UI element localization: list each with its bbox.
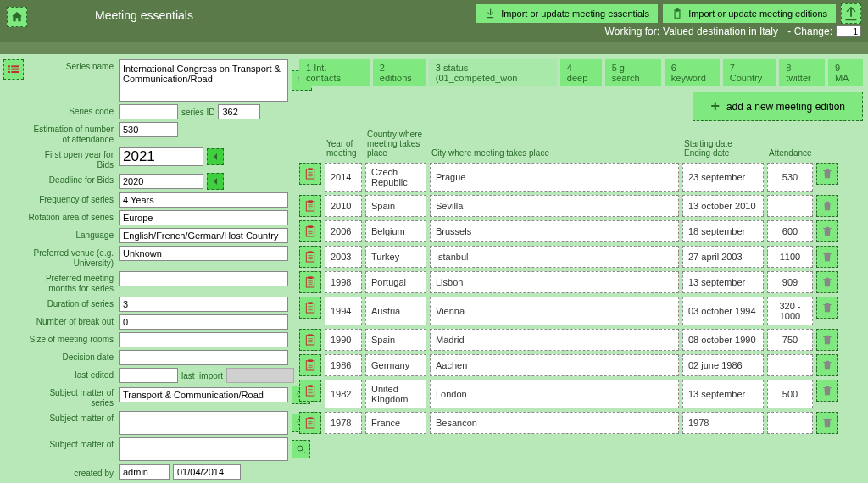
cell-year[interactable]: 1986	[325, 354, 362, 376]
tab-0[interactable]: 1 Int. contacts	[299, 59, 370, 86]
cell-start[interactable]: 1978	[682, 412, 764, 434]
cell-start[interactable]: 03 october 1994	[682, 297, 764, 325]
cell-country[interactable]: Czech Republic	[365, 163, 426, 192]
tab-8[interactable]: 9 MA	[828, 59, 863, 86]
rotation-input[interactable]	[119, 210, 288, 225]
row-delete-button[interactable]	[816, 271, 838, 293]
cell-attendance[interactable]: 320 - 1000	[767, 297, 813, 325]
subject1-input[interactable]	[119, 387, 288, 402]
import-essentials-button[interactable]: Import or update meeting essentials	[476, 4, 658, 23]
cell-country[interactable]: Germany	[365, 354, 426, 376]
cell-start[interactable]: 18 september	[682, 220, 764, 242]
tab-1[interactable]: 2 editions	[373, 59, 426, 86]
row-open-button[interactable]	[299, 412, 321, 434]
row-delete-button[interactable]	[816, 163, 838, 185]
venue-input[interactable]	[119, 246, 288, 261]
cell-city[interactable]: Brussels	[430, 220, 679, 242]
list-button[interactable]	[3, 59, 24, 80]
cell-city[interactable]: Besancon	[430, 412, 679, 434]
cell-attendance[interactable]: 500	[767, 380, 813, 408]
row-delete-button[interactable]	[816, 297, 838, 319]
cell-country[interactable]: Turkey	[365, 246, 426, 268]
cell-city[interactable]: Madrid	[430, 329, 679, 351]
series-code-input[interactable]	[119, 104, 178, 119]
cell-attendance[interactable]: 909	[767, 271, 813, 293]
cell-city[interactable]: Sevilla	[430, 195, 679, 217]
cell-attendance[interactable]	[767, 354, 813, 376]
cell-attendance[interactable]: 530	[767, 163, 813, 192]
cell-start[interactable]: 27 april 2003	[682, 246, 764, 268]
cell-start[interactable]: 13 october 2010	[682, 195, 764, 217]
tab-7[interactable]: 8 twitter	[779, 59, 825, 86]
cell-start[interactable]: 08 october 1990	[682, 329, 764, 351]
deadline-input[interactable]	[119, 174, 203, 189]
cell-country[interactable]: Austria	[365, 297, 426, 325]
upload-button[interactable]	[841, 3, 861, 24]
cell-year[interactable]: 1998	[325, 271, 362, 293]
row-delete-button[interactable]	[816, 220, 838, 242]
row-open-button[interactable]	[299, 380, 321, 402]
duration-input[interactable]	[119, 297, 288, 312]
cell-country[interactable]: United Kingdom	[365, 380, 426, 408]
cell-year[interactable]: 2010	[325, 195, 362, 217]
home-button[interactable]	[7, 7, 27, 27]
cell-year[interactable]: 2006	[325, 220, 362, 242]
subject3-input[interactable]	[119, 437, 288, 461]
cell-country[interactable]: France	[365, 412, 426, 434]
first-open-prev-button[interactable]	[207, 148, 224, 165]
tab-6[interactable]: 7 Country	[723, 59, 776, 86]
cell-attendance[interactable]	[767, 412, 813, 434]
change-input[interactable]	[836, 25, 861, 37]
cell-country[interactable]: Spain	[365, 195, 426, 217]
row-open-button[interactable]	[299, 329, 321, 351]
row-open-button[interactable]	[299, 220, 321, 242]
row-open-button[interactable]	[299, 163, 321, 185]
cell-year[interactable]: 2014	[325, 163, 362, 192]
cell-year[interactable]: 1982	[325, 380, 362, 408]
cell-city[interactable]: Istanbul	[430, 246, 679, 268]
tab-3[interactable]: 4 deep	[560, 59, 602, 86]
created-by-input[interactable]	[119, 464, 170, 480]
first-open-input[interactable]	[119, 147, 203, 166]
cell-country[interactable]: Portugal	[365, 271, 426, 293]
cell-start[interactable]: 23 september	[682, 163, 764, 192]
cell-city[interactable]: London	[430, 380, 679, 408]
row-delete-button[interactable]	[816, 412, 838, 434]
cell-attendance[interactable]: 750	[767, 329, 813, 351]
row-open-button[interactable]	[299, 297, 321, 319]
table-body[interactable]: 2014Czech RepublicPrague23 september5302…	[299, 163, 863, 478]
cell-attendance[interactable]: 600	[767, 220, 813, 242]
series-name-input[interactable]: International Congress on Transport & Co…	[119, 59, 288, 102]
cell-country[interactable]: Spain	[365, 329, 426, 351]
row-delete-button[interactable]	[816, 380, 838, 402]
row-delete-button[interactable]	[816, 195, 838, 217]
cell-city[interactable]: Aachen	[430, 354, 679, 376]
rooms-input[interactable]	[119, 332, 288, 347]
edited-input[interactable]	[119, 368, 178, 383]
row-open-button[interactable]	[299, 354, 321, 376]
breakout-input[interactable]	[119, 314, 288, 330]
tab-5[interactable]: 6 keyword	[665, 59, 720, 86]
cell-year[interactable]: 1990	[325, 329, 362, 351]
add-edition-button[interactable]: + add a new meeting edition	[693, 92, 863, 121]
months-input[interactable]	[119, 271, 288, 286]
est-attendance-input[interactable]	[119, 122, 178, 137]
language-input[interactable]	[119, 228, 288, 243]
cell-city[interactable]: Prague	[430, 163, 679, 192]
series-id-input[interactable]	[218, 104, 260, 119]
row-open-button[interactable]	[299, 246, 321, 268]
cell-city[interactable]: Lisbon	[430, 271, 679, 293]
cell-start[interactable]: 13 september	[682, 271, 764, 293]
row-delete-button[interactable]	[816, 329, 838, 351]
frequency-input[interactable]	[119, 192, 288, 208]
cell-year[interactable]: 1978	[325, 412, 362, 434]
cell-attendance[interactable]	[767, 195, 813, 217]
deadline-prev-button[interactable]	[207, 173, 224, 190]
tab-2[interactable]: 3 status (01_competed_won	[429, 59, 557, 86]
cell-year[interactable]: 1994	[325, 297, 362, 325]
created-date-input[interactable]	[173, 464, 241, 480]
cell-year[interactable]: 2003	[325, 246, 362, 268]
row-open-button[interactable]	[299, 271, 321, 293]
cell-start[interactable]: 13 september	[682, 380, 764, 408]
cell-country[interactable]: Belgium	[365, 220, 426, 242]
